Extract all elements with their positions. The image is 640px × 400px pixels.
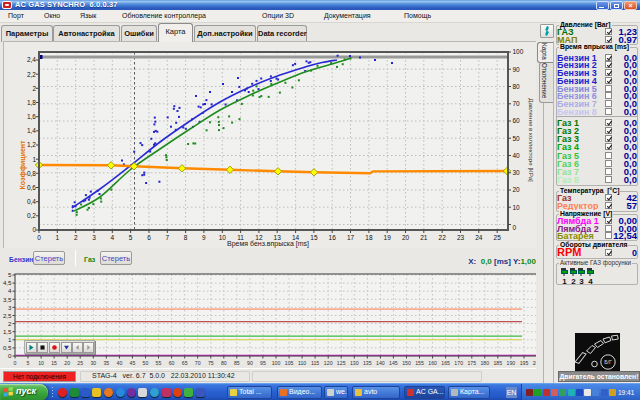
svg-text:40: 40 [117, 360, 123, 366]
svg-text:2,5: 2,5 [3, 312, 12, 319]
svg-text:80: 80 [221, 360, 227, 366]
svg-text:1: 1 [8, 336, 12, 343]
svg-text:3: 3 [92, 234, 96, 241]
svg-text:4: 4 [8, 287, 12, 294]
svg-text:145: 145 [389, 360, 398, 366]
svg-text:Давление в коллекторе [КРа]: Давление в коллекторе [КРа] [528, 98, 535, 182]
svg-text:15: 15 [51, 360, 57, 366]
svg-text:1,6: 1,6 [27, 113, 36, 120]
svg-text:10: 10 [219, 234, 227, 241]
svg-text:190: 190 [507, 360, 516, 366]
svg-text:60: 60 [513, 117, 521, 124]
svg-text:3,5: 3,5 [3, 296, 12, 303]
svg-text:0: 0 [32, 226, 36, 233]
svg-text:185: 185 [493, 360, 502, 366]
svg-text:25: 25 [494, 234, 502, 241]
svg-text:Время бенз.впрыска [ms]: Время бенз.впрыска [ms] [227, 240, 309, 248]
svg-text:4: 4 [110, 234, 114, 241]
svg-text:5: 5 [129, 234, 133, 241]
svg-text:65: 65 [182, 360, 188, 366]
svg-text:170: 170 [454, 360, 463, 366]
svg-text:1: 1 [32, 156, 36, 163]
svg-text:75: 75 [208, 360, 214, 366]
svg-text:6: 6 [147, 234, 151, 241]
svg-text:2: 2 [32, 85, 36, 92]
svg-text:140: 140 [376, 360, 385, 366]
svg-text:5: 5 [8, 271, 12, 278]
svg-text:0: 0 [14, 360, 17, 366]
svg-text:1,2: 1,2 [27, 141, 36, 148]
svg-text:0,4: 0,4 [27, 198, 36, 205]
svg-text:2: 2 [74, 234, 78, 241]
svg-text:10: 10 [513, 204, 521, 211]
svg-text:0: 0 [37, 234, 41, 241]
svg-text:2,2: 2,2 [27, 71, 36, 78]
svg-text:40: 40 [513, 152, 521, 159]
svg-text:7: 7 [165, 234, 169, 241]
svg-text:0: 0 [8, 352, 12, 359]
svg-text:125: 125 [337, 360, 346, 366]
svg-text:195: 195 [520, 360, 529, 366]
svg-text:135: 135 [363, 360, 372, 366]
svg-text:90: 90 [513, 66, 521, 73]
svg-text:50: 50 [513, 135, 521, 142]
svg-text:45: 45 [130, 360, 136, 366]
svg-text:0: 0 [513, 224, 517, 231]
svg-text:175: 175 [467, 360, 476, 366]
svg-text:2: 2 [8, 320, 12, 327]
svg-text:10: 10 [38, 360, 44, 366]
svg-text:100: 100 [272, 360, 281, 366]
svg-text:30: 30 [90, 360, 96, 366]
svg-text:1: 1 [55, 234, 59, 241]
svg-text:9: 9 [202, 234, 206, 241]
svg-text:17: 17 [347, 234, 355, 241]
svg-text:165: 165 [441, 360, 450, 366]
svg-text:55: 55 [156, 360, 162, 366]
svg-text:8: 8 [184, 234, 188, 241]
svg-text:15: 15 [310, 234, 318, 241]
svg-text:1,4: 1,4 [27, 127, 36, 134]
svg-text:23: 23 [457, 234, 465, 241]
svg-text:115: 115 [311, 360, 319, 366]
svg-text:2,4: 2,4 [27, 56, 36, 63]
svg-text:4,5: 4,5 [3, 279, 12, 286]
svg-text:180: 180 [480, 360, 489, 366]
svg-text:Коэффициент: Коэффициент [19, 140, 27, 190]
svg-text:0,8: 0,8 [27, 170, 36, 177]
svg-text:110: 110 [298, 360, 306, 366]
svg-text:18: 18 [365, 234, 373, 241]
svg-text:5: 5 [27, 360, 30, 366]
svg-text:35: 35 [103, 360, 109, 366]
svg-text:1,8: 1,8 [27, 99, 36, 106]
svg-text:150: 150 [402, 360, 411, 366]
svg-text:0,2: 0,2 [27, 212, 36, 219]
svg-text:105: 105 [285, 360, 294, 366]
svg-text:20: 20 [513, 186, 521, 193]
svg-text:21: 21 [420, 234, 428, 241]
svg-text:25: 25 [77, 360, 83, 366]
svg-text:50: 50 [143, 360, 149, 366]
svg-text:20: 20 [64, 360, 70, 366]
svg-text:Б/Г: Б/Г [604, 359, 612, 365]
svg-text:19: 19 [384, 234, 392, 241]
svg-text:22: 22 [439, 234, 447, 241]
svg-text:60: 60 [169, 360, 175, 366]
svg-text:24: 24 [475, 234, 483, 241]
svg-text:90: 90 [247, 360, 253, 366]
svg-text:20: 20 [402, 234, 410, 241]
svg-text:95: 95 [260, 360, 266, 366]
svg-text:100: 100 [513, 48, 524, 55]
svg-text:85: 85 [234, 360, 240, 366]
svg-text:155: 155 [415, 360, 424, 366]
svg-text:70: 70 [195, 360, 201, 366]
svg-text:16: 16 [329, 234, 337, 241]
svg-text:0,5: 0,5 [3, 344, 12, 351]
svg-text:1,5: 1,5 [3, 328, 12, 335]
svg-text:80: 80 [513, 83, 521, 90]
svg-text:70: 70 [513, 100, 521, 107]
svg-text:160: 160 [428, 360, 437, 366]
svg-text:120: 120 [324, 360, 333, 366]
svg-text:30: 30 [513, 169, 521, 176]
svg-text:3: 3 [8, 304, 12, 311]
svg-text:130: 130 [350, 360, 359, 366]
